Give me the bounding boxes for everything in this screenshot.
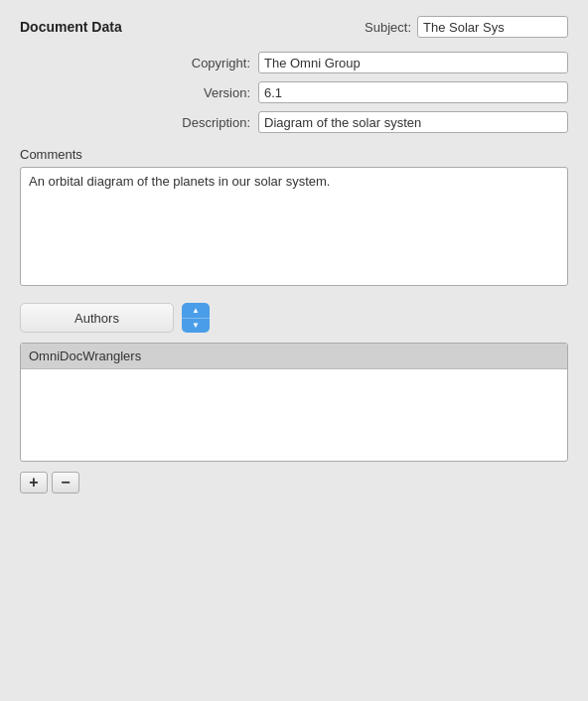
version-row: Version: — [20, 81, 568, 103]
comments-label: Comments — [20, 147, 568, 162]
list-item-label: OmniDocWranglers — [29, 349, 141, 363]
header-row: Document Data Subject: — [20, 16, 568, 38]
remove-icon: − — [61, 475, 70, 491]
copyright-label: Copyright: — [20, 56, 258, 70]
form-rows: Copyright: Version: Description: — [20, 52, 568, 133]
description-row: Description: — [20, 111, 568, 133]
description-label: Description: — [20, 115, 258, 130]
subject-field-group: Subject: — [365, 16, 568, 38]
subject-input[interactable] — [417, 16, 568, 38]
description-input[interactable] — [258, 111, 568, 133]
authors-stepper[interactable] — [182, 303, 210, 333]
copyright-input[interactable] — [258, 52, 568, 73]
stepper-up-icon[interactable] — [182, 303, 210, 319]
list-item[interactable]: OmniDocWranglers — [21, 344, 567, 369]
authors-list: OmniDocWranglers — [20, 343, 568, 462]
stepper-down-icon[interactable] — [182, 319, 210, 334]
authors-button[interactable]: Authors — [20, 303, 174, 333]
add-button[interactable]: + — [20, 472, 48, 493]
document-data-panel: Document Data Subject: Copyright: Versio… — [0, 0, 588, 701]
version-label: Version: — [20, 85, 258, 100]
comments-section: Comments — [20, 147, 568, 289]
bottom-buttons: + − — [20, 472, 568, 493]
authors-row: Authors — [20, 303, 568, 333]
subject-label: Subject: — [365, 20, 411, 35]
section-title: Document Data — [20, 19, 122, 35]
authors-list-empty-space — [21, 369, 567, 444]
comments-textarea[interactable] — [20, 167, 568, 286]
add-icon: + — [29, 475, 38, 491]
authors-button-label: Authors — [74, 311, 119, 326]
copyright-row: Copyright: — [20, 52, 568, 73]
version-input[interactable] — [258, 81, 568, 103]
remove-button[interactable]: − — [52, 472, 79, 493]
